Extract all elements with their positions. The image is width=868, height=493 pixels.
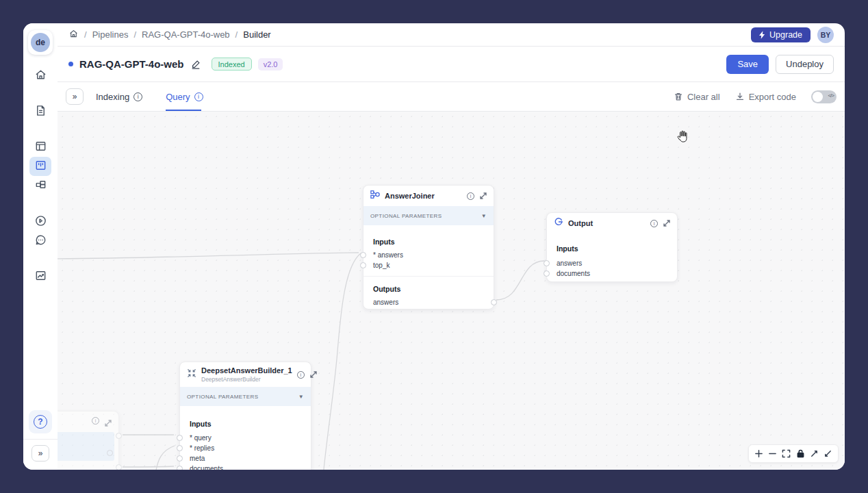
edge (155, 446, 175, 470)
optional-parameters-label: OPTIONAL PARAMETERS (187, 394, 259, 400)
inputs-section-label: Inputs (180, 420, 311, 428)
info-icon[interactable]: i (133, 92, 142, 101)
export-code-button[interactable]: Export code (735, 92, 796, 102)
expand-node-icon[interactable] (310, 368, 317, 381)
info-icon[interactable]: i (92, 417, 99, 425)
info-icon[interactable]: i (650, 220, 658, 227)
info-icon[interactable]: i (297, 371, 305, 379)
breadcrumb-pipeline-name[interactable]: RAG-QA-GPT-4o-web (142, 29, 230, 40)
version-badge[interactable]: v2.0 (258, 58, 283, 71)
document-icon (34, 104, 47, 120)
main-area: / Pipelines / RAG-QA-GPT-4o-web / Builde… (58, 23, 845, 470)
input-port[interactable] (360, 262, 366, 268)
input-row: * answers (363, 250, 494, 260)
input-port[interactable] (360, 252, 366, 258)
upgrade-button[interactable]: Upgrade (751, 27, 810, 42)
code-view-toggle[interactable]: </> (811, 90, 837, 103)
input-port[interactable] (544, 260, 550, 266)
outputs-section-label: Outputs (363, 285, 494, 293)
edit-title-icon[interactable] (191, 60, 201, 69)
tab-indexing[interactable]: Indexing i (96, 82, 142, 111)
input-label: * query (190, 434, 212, 442)
answer-joiner-icon (370, 190, 380, 202)
logo-text: de (31, 33, 50, 52)
input-port[interactable] (177, 445, 183, 451)
sidebar-item-blocks[interactable] (29, 176, 51, 195)
input-port[interactable] (544, 270, 550, 277)
partial-node[interactable]: i (58, 411, 119, 470)
save-button[interactable]: Save (726, 55, 769, 74)
optional-parameters-bar[interactable] (58, 432, 114, 461)
code-icon: </> (828, 92, 834, 99)
lock-button[interactable] (796, 449, 805, 458)
breadcrumb-separator: / (133, 29, 136, 40)
input-row: answers (547, 258, 677, 268)
chevron-down-icon: ▼ (481, 213, 487, 219)
sidebar-item-metrics[interactable] (29, 267, 51, 286)
plus-icon (754, 449, 763, 458)
input-port[interactable] (177, 455, 183, 462)
fit-view-button[interactable] (782, 449, 791, 458)
user-avatar[interactable]: BY (817, 27, 834, 43)
input-row: top_k (363, 260, 494, 270)
output-port[interactable] (116, 464, 122, 470)
expand-node-icon[interactable] (663, 217, 670, 229)
optional-parameters-toggle[interactable]: OPTIONAL PARAMETERS ▼ (180, 387, 311, 406)
expand-node-icon[interactable] (480, 190, 487, 202)
collapse-nodes-button[interactable] (810, 449, 819, 458)
clear-all-button[interactable]: Clear all (674, 92, 720, 102)
panel-expand-button[interactable]: » (66, 88, 84, 105)
breadcrumb-current: Builder (243, 29, 270, 40)
sidebar-item-home[interactable] (29, 66, 51, 86)
info-icon[interactable]: i (467, 192, 474, 200)
sidebar-item-pipelines[interactable] (29, 157, 51, 176)
inputs-section-label: Inputs (547, 244, 677, 253)
input-port[interactable] (177, 435, 183, 441)
undeploy-button[interactable]: Undeploy (776, 55, 834, 74)
input-label: answers (557, 260, 582, 267)
sidebar-item-files[interactable] (29, 102, 51, 121)
tab-query[interactable]: Query i (166, 82, 203, 111)
info-icon[interactable]: i (194, 92, 203, 101)
collapse-diagonal-icon (810, 449, 819, 458)
output-row: answers (363, 297, 494, 307)
node-answer-joiner[interactable]: AnswerJoiner i OPTIONAL PARAMETERS ▼ Inp… (363, 185, 494, 309)
input-port[interactable] (177, 466, 183, 470)
breadcrumb-separator: / (84, 29, 87, 40)
breadcrumb-pipelines[interactable]: Pipelines (92, 29, 129, 40)
page-title: RAG-QA-GPT-4o-web (79, 58, 184, 70)
output-port[interactable] (116, 433, 122, 439)
app-logo[interactable]: de (28, 30, 53, 55)
divider (363, 276, 494, 277)
input-label: meta (190, 455, 205, 462)
optional-parameters-toggle[interactable]: OPTIONAL PARAMETERS ▼ (363, 206, 494, 225)
pipeline-canvas[interactable]: i AnswerJoiner i (58, 112, 845, 470)
help-icon: ? (34, 415, 47, 429)
tab-indexing-label: Indexing (96, 92, 129, 102)
tab-query-label: Query (166, 92, 190, 102)
status-dot (68, 62, 73, 66)
node-output[interactable]: Output i Inputs answers documents (546, 212, 678, 282)
breadcrumb-separator: / (235, 29, 238, 40)
sidebar-expand-button[interactable]: » (31, 445, 49, 462)
help-button[interactable]: ? (29, 410, 52, 433)
canvas-controls (748, 444, 839, 463)
node-title: Output (568, 219, 593, 227)
sidebar-item-playground[interactable] (29, 212, 51, 231)
node-title: DeepsetAnswerBuilder_1 (201, 366, 292, 376)
output-port[interactable] (491, 299, 497, 305)
expand-nodes-button[interactable] (824, 449, 832, 458)
node-deepset-answer-builder[interactable]: DeepsetAnswerBuilder_1 DeepsetAnswerBuil… (179, 362, 311, 470)
zoom-in-button[interactable] (754, 449, 763, 458)
input-row: documents (547, 268, 677, 279)
input-label: top_k (373, 262, 390, 269)
sidebar-item-chat[interactable] (29, 231, 51, 251)
home-breadcrumb-icon[interactable] (68, 29, 79, 41)
sidebar-item-layout[interactable] (29, 138, 51, 157)
zoom-out-button[interactable] (768, 449, 777, 458)
lightning-icon (759, 31, 765, 39)
lock-icon (796, 449, 805, 458)
minus-icon (768, 449, 777, 458)
expand-node-icon[interactable] (105, 417, 112, 429)
inputs-section-label: Inputs (363, 238, 494, 246)
